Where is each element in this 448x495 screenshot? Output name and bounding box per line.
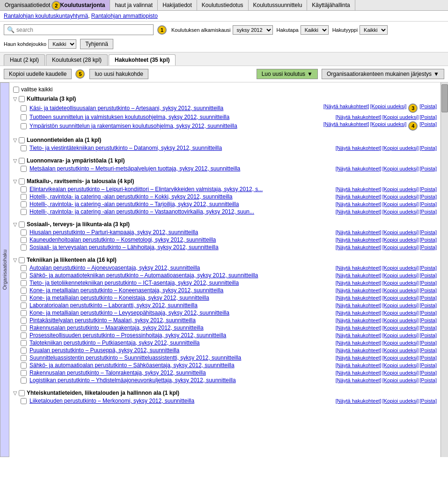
item-action-kopioi-uudeksi[interactable]: [Kopioi uudeksi] <box>382 186 419 192</box>
item-checkbox[interactable] <box>21 295 27 301</box>
item-action-poista[interactable]: [Poista] <box>419 280 437 286</box>
item-link[interactable]: Rakennusalan perustutkinto – Maarakentaj… <box>29 325 336 331</box>
filter-hakutyyppi-select[interactable]: Kaikki <box>360 25 388 35</box>
item-action-poista[interactable]: [Poista] <box>419 273 437 278</box>
item-checkbox[interactable] <box>21 347 27 354</box>
category-toggle-icon[interactable]: ▽ <box>13 96 17 102</box>
item-checkbox[interactable] <box>21 377 27 384</box>
item-action-näytä-hakukohteet[interactable]: [Näytä hakukohteet] <box>336 209 382 214</box>
item-action-näytä-hakukohteet[interactable]: [Näytä hakukohteet] <box>336 295 382 301</box>
item-action-näytä-hakukohteet[interactable]: [Näytä hakukohteet] <box>336 347 382 353</box>
kopioi-uudelle-kaudelle-button[interactable]: Kopioi uudelle kaudelle <box>4 69 72 79</box>
item-action-kopioi-uudeksi[interactable]: [Kopioi uudeksi] <box>382 145 419 151</box>
select-all-checkbox[interactable] <box>13 87 19 93</box>
nav-koulutustarjonta[interactable]: 2 Koulutustarjonta <box>55 0 110 10</box>
item-checkbox[interactable] <box>21 325 27 331</box>
item-link[interactable]: Kone- ja metallialan perustutkinto – Lev… <box>29 310 336 316</box>
item-checkbox[interactable] <box>21 114 27 120</box>
item-action-poista[interactable]: [Poista] <box>419 201 437 207</box>
item-link[interactable]: Liiketalouden perustutkinto – Merkonomi,… <box>29 398 336 404</box>
item-checkbox[interactable] <box>21 145 27 151</box>
category-toggle-icon[interactable]: ▽ <box>13 390 17 396</box>
category-checkbox[interactable] <box>19 158 25 164</box>
item-action-kopioi-uudeksi[interactable]: [Kopioi uudeksi] <box>382 398 419 404</box>
item-link[interactable]: Hotelli-, ravintola- ja catering -alan p… <box>29 201 336 207</box>
item-link[interactable]: Prosessiteollisuuden perustutkinto – Pro… <box>29 332 336 339</box>
item-link[interactable]: Autoalan perustutkinto – Ajoneuvoasentaj… <box>29 265 336 271</box>
item-checkbox[interactable] <box>21 229 27 236</box>
filter-kohdejoukko-select[interactable]: Kaikki <box>48 39 76 49</box>
item-action-kopioi-uudeksi[interactable]: [Kopioi uudeksi] <box>382 194 419 199</box>
search-input[interactable] <box>16 27 150 33</box>
item-checkbox[interactable] <box>21 280 27 286</box>
item-action-poista[interactable]: [Poista] <box>419 310 437 316</box>
item-action-poista[interactable]: [Poista] <box>419 303 437 308</box>
item-action-näytä-hakukohteet[interactable]: [Näytä hakukohteet] <box>336 377 382 383</box>
item-checkbox[interactable] <box>21 332 27 339</box>
category-checkbox[interactable] <box>19 257 25 263</box>
item-action-näytä-hakukohteet[interactable]: [Näytä hakukohteet] <box>336 370 382 376</box>
item-action-näytä-hakukohteet[interactable]: [Näytä hakukohteet] <box>336 332 382 338</box>
item-checkbox[interactable] <box>21 166 27 172</box>
item-action-näytä-hakukohteet[interactable]: [Näytä hakukohteet] <box>336 280 382 286</box>
item-checkbox[interactable] <box>21 310 27 316</box>
breadcrumb-link-1[interactable]: Rantalohjan koulutuskuntayhtymä <box>4 13 88 19</box>
item-action-kopioi-uudeksi[interactable]: [Kopioi uudeksi] <box>382 280 419 286</box>
item-action-kopioi-uudeksi[interactable]: [Kopioi uudeksi] <box>382 295 419 301</box>
item-checkbox[interactable] <box>21 244 27 251</box>
item-action-poista[interactable]: [Poista] <box>419 332 437 338</box>
nav-koulutustiedotus[interactable]: Koulutustiedotus <box>197 0 249 10</box>
item-link[interactable]: Metsäalan perustutkinto – Metsuri-metsäp… <box>29 165 336 172</box>
item-action-näytä-hakukohteet[interactable]: [Näytä hakukohteet] <box>336 114 382 120</box>
item-action-poista[interactable]: [Poista] <box>419 265 437 271</box>
item-checkbox[interactable] <box>21 370 27 376</box>
luo-uusi-hakukohde-button[interactable]: luo uusi hakukohde <box>89 69 148 79</box>
item-action-kopioi-uudeksi[interactable]: [Kopioi uudeksi] <box>382 370 419 376</box>
item-action-poista[interactable]: [Poista] <box>419 209 437 214</box>
item-action-näytä-hakukohteet[interactable]: [Näytä hakukohteet] <box>336 303 382 308</box>
item-link[interactable]: Sähkö- ja automaatioalan perustutkinto –… <box>29 362 336 369</box>
nav-haut[interactable]: haut ja valinnat <box>110 0 158 10</box>
item-action-kopioi-uudeksi[interactable]: [Kopioi uudeksi] <box>382 310 419 316</box>
item-action-kopioi-uudeksi[interactable]: [Kopioi uudeksi] <box>382 377 419 383</box>
item-checkbox[interactable] <box>21 186 27 192</box>
category-checkbox[interactable] <box>19 390 25 396</box>
tab-haut[interactable]: Haut (2 kpl) <box>4 54 45 66</box>
category-toggle-icon[interactable]: ▽ <box>13 222 17 228</box>
item-link[interactable]: Tuotteen suunnittelun ja valmistuksen ko… <box>29 114 336 120</box>
item-action-näytä-hakukohteet[interactable]: [Näytä hakukohteet] <box>336 186 382 192</box>
category-checkbox[interactable] <box>19 178 25 185</box>
item-link[interactable]: Kone- ja metallialan perustutkinto – Kon… <box>29 287 336 294</box>
item-action-kopioi-uudeksi[interactable]: [Kopioi uudeksi] <box>382 209 419 214</box>
item-action-poista[interactable]: [Poista] <box>419 398 437 404</box>
item-action-kopioi-uudeksi[interactable]: [Kopioi uudeksi] <box>382 201 419 207</box>
filter-alkamiskausi-select[interactable]: syksy 2012 kevät 2013 syksy 2013 <box>233 25 273 35</box>
item-action-poista[interactable]: [Poista] <box>419 229 437 235</box>
item-action-näytä-hakukohteet[interactable]: [Näytä hakukohteet] <box>336 265 382 271</box>
item-action-kopioi-uudeksi[interactable]: [Kopioi uudeksi] <box>382 166 419 171</box>
item-action-kopioi-uudeksi[interactable]: [Kopioi uudeksi] <box>382 332 419 338</box>
item-action-kopioi-uudeksi[interactable]: [Kopioi uudeksi] <box>382 347 419 353</box>
item-action-näytä-hakukohteet[interactable]: [Näytä hakukohteet] <box>336 340 382 346</box>
nav-kayttajahallinta[interactable]: Käyttäjähallinta <box>307 0 355 10</box>
item-link[interactable]: Puualan perustutkinto – Puuseppä, syksy … <box>29 347 336 354</box>
category-checkbox[interactable] <box>19 137 25 143</box>
item-link[interactable]: Pintakäsittelyalan perustutkinto – Maala… <box>29 317 336 324</box>
item-checkbox[interactable] <box>21 123 27 129</box>
item-action-näytä-hakukohteet[interactable]: [Näytä hakukohteet] <box>323 103 369 113</box>
item-action-kopioi-uudeksi[interactable]: [Kopioi uudeksi] <box>382 325 419 331</box>
scroll-thumb[interactable] <box>441 84 448 112</box>
item-checkbox[interactable] <box>21 303 27 309</box>
item-action-poista[interactable]: [Poista] <box>419 194 437 199</box>
item-action-kopioi-uudeksi[interactable]: [Kopioi uudeksi] <box>370 121 407 131</box>
breadcrumb-link-2[interactable]: Rantalohjan ammattiopisto <box>91 13 158 19</box>
category-toggle-icon[interactable]: ▽ <box>13 158 17 164</box>
item-action-poista[interactable]: [Poista] <box>419 121 437 131</box>
item-link[interactable]: Rakennusalan perustutkinto – Talonrakent… <box>29 369 336 376</box>
item-action-kopioi-uudeksi[interactable]: [Kopioi uudeksi] <box>382 229 419 235</box>
item-action-näytä-hakukohteet[interactable]: [Näytä hakukohteet] <box>336 288 382 293</box>
item-link[interactable]: Ympäristön suunnittelun ja rakentamisen … <box>29 123 323 129</box>
item-action-poista[interactable]: [Poista] <box>419 318 437 323</box>
item-checkbox[interactable] <box>21 355 27 361</box>
item-action-kopioi-uudeksi[interactable]: [Kopioi uudeksi] <box>382 265 419 271</box>
